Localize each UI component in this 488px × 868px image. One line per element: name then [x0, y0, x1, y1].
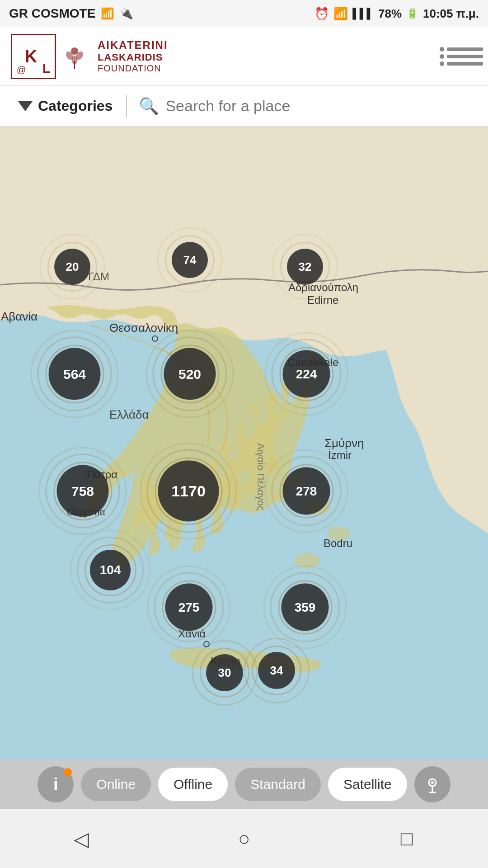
cluster-275[interactable]: 275 [165, 584, 213, 631]
cluster-32[interactable]: 32 [287, 249, 323, 285]
cluster-value-275: 275 [165, 584, 213, 631]
status-left: GR COSMOTE 📶 🔌 [9, 6, 133, 21]
carrier-text: GR COSMOTE [9, 6, 95, 21]
svg-text:Αιγαίο Πέλαγος: Αιγαίο Πέλαγος [255, 443, 267, 510]
logo-line1: AIKATERINI [98, 39, 168, 52]
recent-icon: □ [401, 827, 413, 850]
signal-icon: ▌▌▌ [352, 8, 374, 19]
back-button[interactable]: ◁ [59, 821, 104, 857]
cluster-20[interactable]: 20 [54, 249, 90, 285]
online-label: Online [96, 777, 136, 792]
cluster-value-74: 74 [172, 242, 208, 278]
cluster-value-1170: 1170 [158, 461, 219, 522]
logo-line2: LASKARIDIS [98, 52, 168, 63]
cluster-1170[interactable]: 1170 [158, 461, 219, 522]
satellite-button[interactable]: Satellite [328, 768, 407, 801]
recent-apps-button[interactable]: □ [384, 821, 429, 857]
cluster-value-224: 224 [283, 350, 330, 398]
cluster-278[interactable]: 278 [283, 467, 330, 515]
cluster-359[interactable]: 359 [282, 584, 329, 631]
cluster-value-32: 32 [287, 249, 323, 285]
menu-line-row2 [440, 54, 483, 59]
map-area[interactable]: Αιγαίο Πέλαγος Αβανία ΓΔΜ Θεσσαλονίκη Αδ… [0, 127, 488, 760]
location-button[interactable] [414, 766, 450, 802]
cluster-30[interactable]: 30 [206, 654, 243, 691]
offline-button[interactable]: Offline [158, 768, 228, 801]
cluster-value-520: 520 [164, 348, 216, 400]
logo-icon [63, 43, 86, 70]
cluster-758[interactable]: 758 [57, 465, 109, 517]
battery-icon: 🔋 [406, 8, 418, 19]
cluster-value-758: 758 [57, 465, 109, 517]
logo-line3: FOUNDATION [98, 63, 168, 74]
home-icon: ○ [238, 827, 250, 850]
info-icon: i [53, 775, 58, 794]
cluster-value-34: 34 [258, 652, 295, 689]
status-right: ⏰ 📶 ▌▌▌ 78% 🔋 10:05 π.μ. [314, 7, 479, 21]
search-icon: 🔍 [139, 97, 159, 116]
time-text: 10:05 π.μ. [423, 7, 479, 21]
cluster-value-104: 104 [90, 550, 131, 590]
cluster-74[interactable]: 74 [172, 242, 208, 278]
svg-point-7 [235, 483, 253, 494]
cluster-value-30: 30 [206, 654, 243, 691]
info-button[interactable]: i [38, 766, 74, 802]
map-label-smyrni: Σμύρνη [324, 436, 364, 450]
chania-dot [203, 641, 210, 647]
usb-icon: 🔌 [120, 7, 133, 20]
logo-box: K @ L [11, 34, 56, 79]
map-label-thessaloniki: Θεσσαλονίκη [109, 321, 178, 335]
menu-button[interactable] [446, 41, 477, 72]
alarm-icon: ⏰ [314, 7, 329, 21]
status-bar: GR COSMOTE 📶 🔌 ⏰ 📶 ▌▌▌ 78% 🔋 10:05 π.μ. [0, 0, 488, 27]
wifi-icon: 📶 [333, 7, 348, 21]
nav-bar: ◁ ○ □ [0, 809, 488, 868]
cluster-104[interactable]: 104 [90, 550, 131, 590]
carrier-icon1: 📶 [101, 7, 114, 20]
menu-line-row1 [440, 47, 483, 52]
bottom-toolbar: i Online Offline Standard Satellite [0, 760, 488, 809]
battery-text: 78% [378, 7, 402, 21]
standard-button[interactable]: Standard [235, 768, 321, 801]
cluster-564[interactable]: 564 [49, 348, 101, 400]
satellite-label: Satellite [343, 777, 392, 792]
online-button[interactable]: Online [81, 768, 151, 801]
cluster-34[interactable]: 34 [258, 652, 295, 689]
cluster-520[interactable]: 520 [164, 348, 216, 400]
logo-at-symbol: @ [17, 65, 26, 75]
app-bar: K @ L AIKATERINI LASKARIDIS FOUNDATION [0, 27, 488, 86]
back-icon: ◁ [74, 827, 89, 850]
search-input-container[interactable]: 🔍 [131, 97, 479, 116]
svg-point-15 [431, 781, 434, 784]
search-input[interactable] [165, 97, 472, 115]
logo-l-letter: L [42, 62, 50, 75]
home-button[interactable]: ○ [221, 821, 267, 857]
cluster-value-564: 564 [49, 348, 101, 400]
categories-label: Categories [38, 98, 113, 114]
dropdown-icon [18, 101, 33, 111]
menu-line-row3 [440, 61, 483, 66]
notification-dot [64, 768, 72, 776]
logo-k-letter: K [25, 48, 37, 65]
cluster-value-278: 278 [283, 467, 330, 515]
thessaloniki-dot [152, 335, 158, 342]
map-label-bodru: Bodru [324, 537, 352, 550]
cluster-224[interactable]: 224 [283, 350, 330, 398]
location-icon [423, 775, 441, 793]
cluster-value-359: 359 [282, 584, 329, 631]
offline-label: Offline [174, 777, 212, 792]
search-divider [126, 95, 127, 118]
logo-container: K @ L AIKATERINI LASKARIDIS FOUNDATION [11, 34, 168, 79]
categories-button[interactable]: Categories [9, 98, 122, 114]
map-label-ellada: Ελλάδα [109, 408, 149, 422]
cluster-value-20: 20 [54, 249, 90, 285]
map-label-albania: Αβανία [1, 310, 38, 324]
logo-text: AIKATERINI LASKARIDIS FOUNDATION [98, 39, 168, 74]
search-bar: Categories 🔍 [0, 86, 488, 127]
standard-label: Standard [250, 777, 305, 792]
